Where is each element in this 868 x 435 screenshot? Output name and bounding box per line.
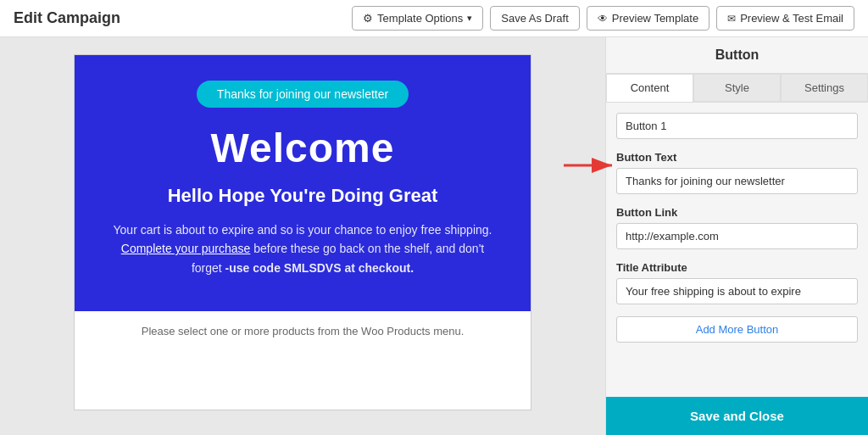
preview-test-email-button[interactable]: Preview & Test Email	[716, 6, 854, 31]
email-footer: Please select one or more products from …	[75, 311, 531, 351]
email-welcome-heading: Welcome	[108, 125, 497, 171]
save-as-draft-button[interactable]: Save As Draft	[490, 6, 579, 31]
header: Edit Campaign Template Options Save As D…	[0, 0, 868, 37]
email-body-text: Your cart is about to expire and so is y…	[108, 220, 497, 277]
panel-tabs: Content Style Settings	[606, 74, 868, 103]
gear-icon	[363, 12, 373, 25]
panel-footer: Save and Close	[606, 397, 868, 435]
button-text-group: Button Text	[616, 151, 858, 194]
email-icon	[727, 12, 736, 25]
page-title: Edit Campaign	[14, 9, 120, 27]
button-link-group: Button Link	[616, 206, 858, 249]
email-preview: Thanks for joining our newsletter Welcom…	[74, 54, 531, 410]
canvas-area: Thanks for joining our newsletter Welcom…	[0, 37, 605, 435]
button-text-label: Button Text	[616, 151, 858, 164]
title-attribute-group: Title Attribute	[616, 261, 858, 304]
tab-style[interactable]: Style	[693, 74, 781, 102]
email-badge: Thanks for joining our newsletter	[197, 81, 409, 108]
preview-template-button[interactable]: Preview Template	[587, 6, 709, 31]
annotation-arrow	[559, 148, 605, 182]
email-body-link[interactable]: Complete your purchase	[121, 242, 251, 255]
eye-icon	[598, 12, 608, 25]
email-subtitle: Hello Hope You're Doing Great	[108, 185, 497, 207]
panel-title: Button	[606, 37, 868, 74]
add-more-button[interactable]: Add More Button	[616, 316, 858, 343]
header-actions: Template Options Save As Draft Preview T…	[352, 6, 854, 31]
button-name-group	[616, 113, 858, 139]
button-link-label: Button Link	[616, 206, 858, 219]
button-link-input[interactable]	[616, 223, 858, 249]
save-close-button[interactable]: Save and Close	[606, 397, 868, 435]
template-options-button[interactable]: Template Options	[352, 6, 483, 31]
panel-content: Button Text Button Link Title Attribute …	[606, 103, 868, 397]
tab-content[interactable]: Content	[606, 74, 693, 102]
main-layout: Thanks for joining our newsletter Welcom…	[0, 37, 868, 435]
title-attribute-input[interactable]	[616, 278, 858, 304]
title-attribute-label: Title Attribute	[616, 261, 858, 274]
button-text-input[interactable]	[616, 168, 858, 194]
email-body: Thanks for joining our newsletter Welcom…	[75, 55, 531, 311]
button-name-input[interactable]	[616, 113, 858, 139]
tab-settings[interactable]: Settings	[781, 74, 868, 102]
right-panel: Button Content Style Settings Button Tex…	[605, 37, 868, 435]
